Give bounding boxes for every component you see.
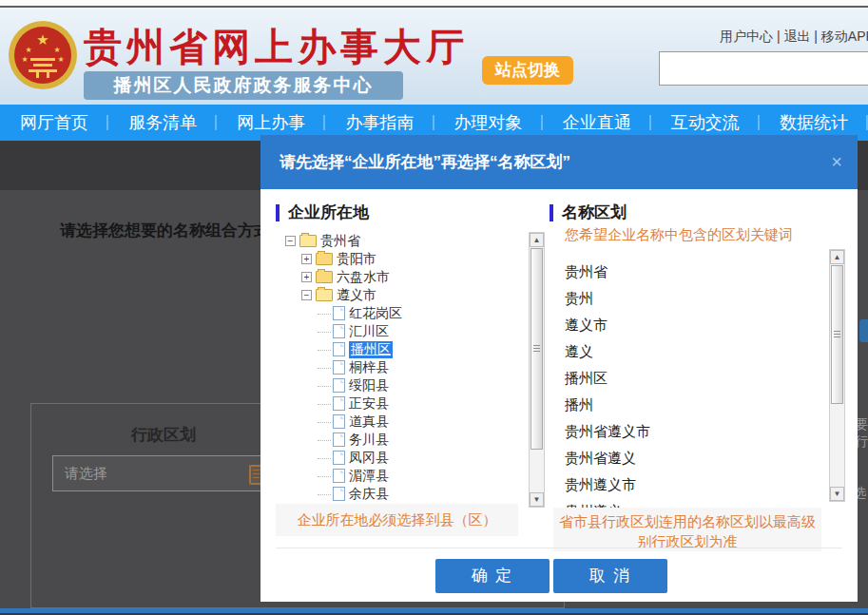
tree-scrollbar[interactable]: ▲ ▼: [529, 232, 545, 508]
section-title-text: 企业所在地: [288, 202, 369, 223]
list-scrollbar[interactable]: ▲ ▼: [829, 249, 845, 502]
file-icon: [333, 432, 345, 447]
tree-node[interactable]: 凤冈县: [280, 449, 527, 467]
confirm-button[interactable]: 确 定: [435, 559, 550, 593]
keyword-item[interactable]: 贵州: [565, 285, 802, 312]
tree-node[interactable]: 正安县: [280, 394, 527, 413]
tree-node[interactable]: 道真县: [280, 413, 527, 431]
site-header: ★ ★ ★ ★ ★ 贵州省网上办事大厅 播州区人民政府政务服务中心 站点切换 用…: [0, 8, 868, 105]
keyword-item[interactable]: 贵州省: [565, 259, 802, 285]
keyword-item[interactable]: 播州: [565, 392, 802, 418]
keyword-item[interactable]: 贵州遵义市: [565, 471, 802, 498]
tree-node-label[interactable]: 道真县: [349, 413, 389, 431]
bg-region-placeholder: 请选择: [65, 456, 107, 490]
file-icon: [333, 487, 345, 501]
svg-text:★: ★: [21, 55, 28, 64]
tree-node[interactable]: +贵阳市: [280, 250, 527, 268]
folder-icon: [299, 235, 317, 247]
tree-node-label[interactable]: 贵阳市: [337, 251, 376, 268]
site-title: 贵州省网上办事大厅: [84, 21, 469, 73]
keyword-item[interactable]: 贵州省遵义: [565, 445, 802, 471]
tree-node[interactable]: +六盘水市: [280, 268, 527, 286]
scroll-up-icon[interactable]: ▲: [530, 233, 544, 247]
tree-connector: [318, 367, 331, 369]
nav-item-1[interactable]: 网厅首页: [0, 105, 108, 141]
file-icon: [333, 360, 345, 375]
tree-node-label[interactable]: 红花岗区: [349, 305, 402, 322]
tree-node-label[interactable]: 余庆县: [349, 486, 389, 503]
keyword-item[interactable]: 播州区: [565, 365, 802, 392]
nav-item-2[interactable]: 服务清单: [108, 105, 217, 141]
edge-blue-fragment: [859, 319, 868, 342]
location-note: 企业所在地必须选择到县（区）: [276, 504, 518, 536]
tree-node[interactable]: 务川县: [280, 431, 527, 449]
scroll-up-icon[interactable]: ▲: [830, 250, 844, 264]
tree-connector: [318, 403, 331, 405]
site-switch-button[interactable]: 站点切换: [482, 56, 573, 85]
folder-icon: [316, 253, 333, 265]
keyword-item[interactable]: 遵义: [565, 338, 802, 365]
section-title-text: 名称区划: [562, 202, 627, 223]
tree-connector: [318, 457, 331, 459]
collapse-icon[interactable]: −: [301, 290, 312, 300]
tree-node[interactable]: 桐梓县: [280, 358, 527, 376]
tree-node-label[interactable]: 遵义市: [337, 287, 376, 304]
tree-node[interactable]: 余庆县: [280, 485, 527, 503]
scrollbar-thumb[interactable]: [530, 248, 543, 450]
collapse-icon[interactable]: −: [285, 236, 296, 246]
tree-node-label[interactable]: 凤冈县: [349, 450, 389, 467]
screen: ★ ★ ★ ★ ★ 贵州省网上办事大厅 播州区人民政府政务服务中心 站点切换 用…: [0, 0, 868, 615]
tree-node-label[interactable]: 务川县: [349, 432, 389, 449]
tree-node[interactable]: −贵州省: [280, 232, 527, 250]
tree-node-label[interactable]: 正安县: [349, 395, 389, 413]
tree-node[interactable]: 播州区: [280, 340, 527, 358]
location-tree: −贵州省+贵阳市+六盘水市−遵义市红花岗区汇川区播州区桐梓县绥阳县正安县道真县务…: [280, 232, 527, 508]
section-title-location: 企业所在地: [276, 202, 369, 223]
tree-node[interactable]: 绥阳县: [280, 376, 527, 394]
tree-node-label[interactable]: 播州区: [349, 341, 393, 358]
tree-node[interactable]: 红花岗区: [280, 304, 527, 322]
tree-node-label[interactable]: 湄潭县: [349, 468, 389, 485]
svg-text:★: ★: [36, 31, 48, 48]
section-bar: [276, 204, 280, 221]
tree-node-label[interactable]: 汇川区: [349, 323, 389, 340]
user-links[interactable]: 用户中心 | 退出 | 移动APP: [720, 29, 868, 46]
dialog-title: 请先选择“企业所在地”再选择“名称区划”: [280, 135, 570, 189]
tree-connector: [318, 439, 331, 441]
scroll-down-icon[interactable]: ▼: [830, 487, 844, 501]
file-icon: [333, 342, 345, 356]
close-icon[interactable]: ×: [831, 135, 842, 189]
file-icon: [333, 324, 345, 338]
tree-connector: [318, 313, 331, 315]
folder-icon: [316, 289, 333, 301]
search-input[interactable]: [659, 51, 868, 86]
scroll-down-icon[interactable]: ▼: [530, 492, 544, 507]
keywords-hint: 您希望企业名称中包含的区划关键词: [565, 226, 793, 244]
region-select-dialog: 请先选择“企业所在地”再选择“名称区划” × 企业所在地 −贵州省+贵阳市+六盘…: [260, 135, 858, 602]
tree-node[interactable]: 湄潭县: [280, 467, 527, 485]
tree-node-label[interactable]: 桐梓县: [349, 359, 389, 376]
cancel-button[interactable]: 取 消: [553, 559, 667, 593]
tree-node[interactable]: −遵义市: [280, 286, 527, 304]
tree-node-label[interactable]: 六盘水市: [337, 269, 390, 286]
svg-text:★: ★: [53, 46, 60, 54]
scrollbar-thumb[interactable]: [831, 265, 843, 404]
bg-field-label: 行政区划: [131, 424, 196, 446]
folder-icon: [316, 271, 333, 283]
file-icon: [333, 414, 345, 429]
tree-connector: [318, 475, 331, 477]
tree-connector: [318, 385, 331, 387]
tree-node[interactable]: 汇川区: [280, 322, 527, 340]
expand-icon[interactable]: +: [301, 272, 312, 282]
keyword-item[interactable]: 遵义市: [565, 312, 802, 338]
section-bar: [550, 204, 553, 221]
tree-node-label[interactable]: 贵州省: [320, 233, 360, 250]
expand-icon[interactable]: +: [301, 254, 312, 264]
svg-text:★: ★: [57, 55, 64, 64]
keyword-item[interactable]: 贵州省遵义市: [565, 418, 802, 445]
tree-node-label[interactable]: 绥阳县: [349, 377, 389, 394]
tree-connector: [318, 493, 331, 495]
file-icon: [333, 306, 345, 320]
section-title-keywords: 名称区划: [550, 202, 627, 223]
dialog-header: 请先选择“企业所在地”再选择“名称区划” ×: [260, 135, 858, 189]
